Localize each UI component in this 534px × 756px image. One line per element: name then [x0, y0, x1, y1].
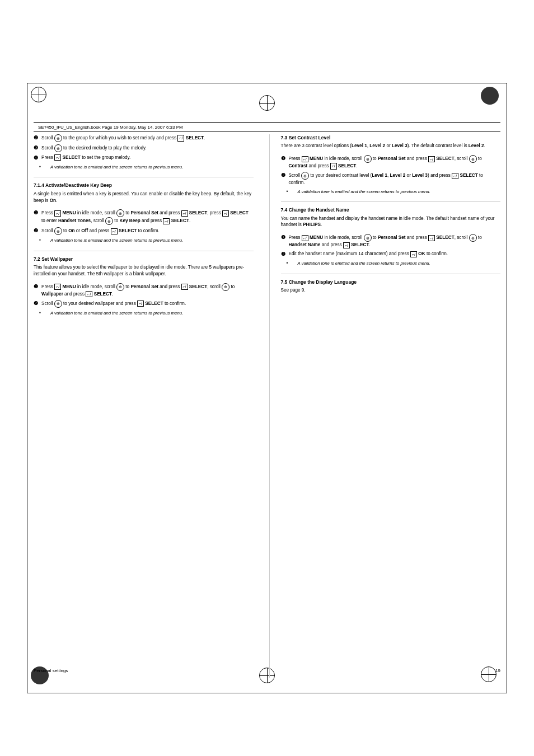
ok-btn-74-2: ⌐/	[410, 251, 417, 257]
section-75-title: 7.5 Change the Display Language	[281, 279, 501, 285]
select-btn-714-1a: ⌐/	[181, 210, 188, 217]
select-btn-714-1c: ⌐/	[163, 218, 170, 224]
step-72-2: ❷ Scroll ⊕ to your desired wallpaper and…	[34, 300, 254, 308]
header-bar: SE7450_IFU_US_English.book Page 19 Monda…	[34, 122, 500, 132]
step-72-2-content: Scroll ⊕ to your desired wallpaper and p…	[41, 300, 254, 308]
scroll-73-1: ⊕	[364, 155, 372, 163]
scroll-72-1: ⊕	[116, 283, 124, 291]
note-72: • A validation tone is emitted and the s…	[39, 310, 254, 318]
step-2-prev: ❷ Scroll ⊕ to the group for which you wi…	[34, 134, 254, 142]
note-714: • A validation tone is emitted and the s…	[39, 237, 254, 246]
select-btn-73-2: ⌐/	[452, 173, 458, 179]
footer-right: 19	[495, 668, 500, 673]
left-column: ❷ Scroll ⊕ to the group for which you wi…	[34, 134, 254, 678]
step-74-2: ❷ Edit the handset name (maximum 14 char…	[281, 251, 501, 258]
step-num-72-2: ❷	[34, 300, 39, 307]
scroll-72-1b: ⊕	[222, 283, 229, 291]
divider-74	[281, 201, 501, 202]
top-center-mark	[259, 95, 275, 111]
note-74: • A validation tone is emitted and the s…	[287, 260, 501, 269]
scroll-icon-2a: ⊕	[54, 134, 62, 142]
divider-75	[281, 274, 501, 274]
scroll-73-2: ⊕	[301, 172, 309, 180]
note-text-72: A validation tone is emitted and the scr…	[50, 310, 183, 316]
corner-tl	[31, 87, 53, 109]
divider-72	[34, 251, 254, 251]
step-73-1: ❶ Press ⌐/ MENU in idle mode, scroll ⊕ t…	[281, 155, 501, 170]
note-text-74: A validation tone is emitted and the scr…	[298, 260, 430, 266]
step-num-72-1: ❶	[34, 283, 39, 290]
section-75-body: See page 9.	[281, 287, 501, 294]
step-num-2: ❷	[34, 134, 39, 142]
section-73-title: 7.3 Set Contrast Level	[281, 134, 501, 141]
step-num-4: ❹	[34, 154, 39, 162]
step-73-1-content: Press ⌐/ MENU in idle mode, scroll ⊕ to …	[289, 155, 501, 170]
bullet-73: •	[287, 189, 291, 197]
corner-tr	[481, 87, 503, 109]
step-4-prev: ❹ Press ⌐/ SELECT to set the group melod…	[34, 154, 254, 162]
select-btn-72-2: ⌐/	[137, 300, 144, 307]
scroll-72-2: ⊕	[54, 300, 62, 308]
step-73-2-content: Scroll ⊕ to your desired contrast level …	[289, 172, 501, 186]
step-74-1-content: Press ⌐/ MENU in idle mode, scroll ⊕ to …	[289, 234, 501, 248]
step-3-prev: ❸ Scroll ⊕ to the desired melody to play…	[34, 144, 254, 152]
note-prev: • A validation tone is emitted and the s…	[39, 164, 254, 172]
note-text-73: A validation tone is emitted and the scr…	[298, 189, 430, 195]
step-num-74-2: ❷	[281, 251, 287, 258]
section-74-title: 7.4 Change the Handset Name	[281, 206, 501, 213]
step-2-content: Scroll ⊕ to the group for which you wish…	[41, 134, 254, 142]
note-73: • A validation tone is emitted and the s…	[287, 189, 501, 197]
right-column: 7.3 Set Contrast Level There are 3 contr…	[269, 134, 501, 678]
section-72-body: This feature allows you to select the wa…	[34, 264, 254, 278]
menu-btn-714-1: ⌐/	[54, 210, 61, 217]
bullet-714: •	[39, 237, 44, 246]
note-text-prev: A validation tone is emitted and the scr…	[50, 164, 183, 170]
section-714-title: 7.1.4 Activate/Deactivate Key Beep	[34, 182, 254, 189]
select-btn-73-1b: ⌐/	[330, 163, 337, 169]
step-4-content: Press ⌐/ SELECT to set the group melody.	[41, 154, 254, 161]
step-74-1: ❶ Press ⌐/ MENU in idle mode, scroll ⊕ t…	[281, 234, 501, 248]
step-714-1-content: Press ⌐/ MENU in idle mode, scroll ⊕ to …	[41, 209, 254, 225]
step-num-73-2: ❷	[281, 172, 287, 179]
section-714-body: A single beep is emitted when a key is p…	[34, 191, 254, 204]
select-btn-2: ⌐/	[177, 135, 184, 141]
menu-btn-73-1: ⌐/	[302, 156, 308, 162]
bullet-74: •	[287, 260, 291, 269]
note-text-714: A validation tone is emitted and the scr…	[50, 237, 183, 243]
step-72-1-content: Press ⌐/ MENU in idle mode, scroll ⊕ to …	[41, 283, 254, 298]
step-73-2: ❷ Scroll ⊕ to your desired contrast leve…	[281, 172, 501, 186]
step-714-1: ❶ Press ⌐/ MENU in idle mode, scroll ⊕ t…	[34, 209, 254, 225]
bullet-72: •	[39, 310, 44, 318]
scroll-714-1b: ⊕	[105, 217, 113, 225]
divider-714	[34, 177, 254, 177]
menu-btn-72-1: ⌐/	[54, 284, 61, 290]
select-btn-72-1a: ⌐/	[181, 284, 188, 290]
select-btn-72-1b: ⌐/	[86, 291, 92, 297]
step-3-content: Scroll ⊕ to the desired melody to play t…	[41, 144, 254, 152]
scroll-73-1b: ⊕	[469, 155, 477, 163]
section-74-body: You can name the handset and display the…	[281, 215, 501, 229]
step-714-2-content: Scroll ⊕ to On or Off and press ⌐/ SELEC…	[41, 227, 254, 235]
page-container: SE7450_IFU_US_English.book Page 19 Monda…	[0, 0, 534, 756]
step-714-2: ❷ Scroll ⊕ to On or Off and press ⌐/ SEL…	[34, 227, 254, 235]
menu-btn-74-1: ⌐/	[302, 235, 308, 241]
scroll-714-2: ⊕	[54, 227, 62, 235]
page-footer: Personal settings 19	[34, 668, 500, 673]
select-btn-74-1a: ⌐/	[428, 235, 435, 241]
scroll-714-1: ⊕	[116, 209, 124, 217]
select-btn-4: ⌐/	[54, 154, 61, 161]
step-74-2-content: Edit the handset name (maximum 14 charac…	[289, 251, 501, 257]
section-73-body: There are 3 contrast level options (Leve…	[281, 143, 501, 149]
bullet-dot: •	[39, 164, 44, 172]
select-btn-714-2: ⌐/	[111, 228, 118, 234]
footer-left: Personal settings	[34, 668, 68, 673]
select-btn-74-1b: ⌐/	[343, 242, 350, 248]
select-btn-714-1b: ⌐/	[222, 210, 229, 217]
step-72-1: ❶ Press ⌐/ MENU in idle mode, scroll ⊕ t…	[34, 283, 254, 298]
scroll-74-1: ⊕	[364, 234, 372, 242]
book-info: SE7450_IFU_US_English.book Page 19 Monda…	[38, 125, 183, 130]
select-btn-73-1a: ⌐/	[428, 156, 435, 162]
step-num-73-1: ❶	[281, 155, 287, 162]
step-num-74-1: ❶	[281, 234, 287, 241]
section-72-title: 7.2 Set Wallpaper	[34, 256, 254, 262]
